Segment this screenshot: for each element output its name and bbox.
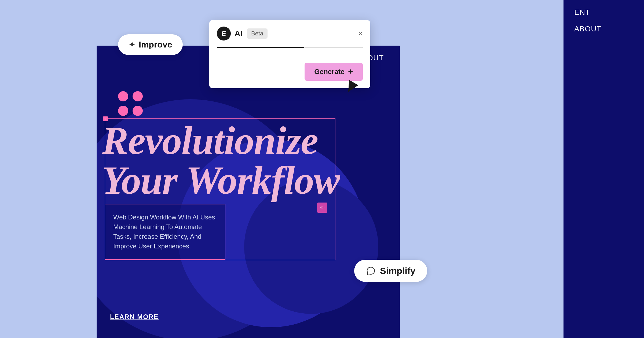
improve-sparkle-icon: ✦ [129,40,135,49]
learn-more-link[interactable]: LEARN MORE [110,313,159,321]
description-text-box: Web Design Workflow With AI Uses Machine… [105,204,225,260]
right-nav-about: ABOUT [574,25,633,33]
dot-4 [133,106,143,116]
beta-badge: Beta [247,28,268,39]
elementor-logo-letter: E [221,30,226,38]
right-nav-ent: ENT [574,8,633,17]
ai-dialog-input-area [209,47,370,63]
dot-grid-decoration [118,91,143,116]
simplify-label: Simplify [380,266,415,276]
generate-button[interactable]: Generate ✦ [305,63,363,81]
ai-input-underline [217,47,363,48]
main-headline: Revolutionize Your Workflow [102,121,343,200]
dot-1 [118,91,128,101]
generate-sparkle-icon: ✦ [348,68,353,76]
ai-label: AI [235,29,243,38]
description-text: Web Design Workflow With AI Uses Machine… [113,212,217,251]
close-button[interactable]: × [358,30,363,37]
simplify-bubble[interactable]: Simplify [354,260,427,282]
headline-line2: Your Workflow [102,158,340,202]
right-nav-items: ENT ABOUT [564,0,644,41]
ai-dialog-header: E AI Beta × [209,20,370,47]
right-nav-partial: ENT ABOUT [564,0,644,338]
improve-label: Improve [139,40,172,50]
edit-pencil-icon[interactable]: ✏ [317,203,327,213]
dot-3 [118,106,128,116]
simplify-chat-icon [366,266,376,276]
improve-bubble[interactable]: ✦ Improve [118,34,183,55]
elementor-logo: E [217,27,231,41]
dot-2 [133,91,143,101]
headline-line1: Revolutionize [102,119,318,163]
generate-label: Generate [314,68,345,76]
ai-dialog-panel: E AI Beta × Generate ✦ [209,20,370,88]
